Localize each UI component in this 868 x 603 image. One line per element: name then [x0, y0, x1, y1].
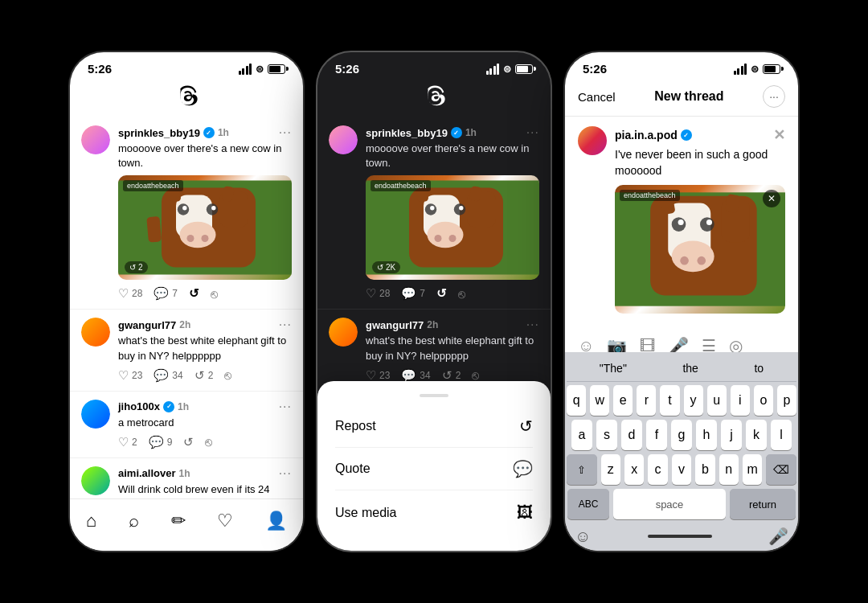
post-more-2[interactable]: ··· — [279, 318, 292, 332]
status-bar-dark: 5:26 ⊜ — [317, 52, 551, 79]
popup-repost[interactable]: Repost ↺ — [317, 405, 551, 447]
popup-use-media[interactable]: Use media 🖼 — [317, 490, 551, 527]
key-w[interactable]: w — [590, 385, 609, 416]
threads-logo-light — [70, 79, 303, 117]
compose-avatar — [578, 126, 607, 155]
key-shift[interactable]: ⇧ — [567, 454, 597, 485]
dark-post-more-2[interactable]: ··· — [526, 318, 539, 332]
emoji-keyboard-icon[interactable]: ☺ — [575, 527, 591, 546]
close-icon[interactable]: ✕ — [773, 126, 785, 144]
key-q[interactable]: q — [567, 385, 586, 416]
key-u[interactable]: u — [707, 385, 727, 416]
key-p[interactable]: p — [777, 385, 796, 416]
dark-username-1: sprinkles_bby19 — [366, 127, 448, 139]
reply-btn-2[interactable]: 💬 34 — [154, 368, 182, 383]
key-y[interactable]: y — [684, 385, 703, 416]
compose-more-button[interactable]: ··· — [763, 85, 785, 108]
repost-btn-1[interactable]: ↺ — [189, 286, 199, 301]
dark-repost-icon-1: ↺ — [436, 286, 447, 301]
nav-heart[interactable]: ♡ — [217, 511, 233, 531]
dark-reply-count-1: 7 — [420, 288, 425, 299]
key-z[interactable]: z — [601, 454, 620, 485]
post-time-2: 2h — [179, 319, 190, 330]
share-btn-2[interactable]: ⎋ — [224, 368, 231, 382]
avatar-2 — [81, 318, 110, 347]
phone-compose: 5:26 ⊜ Cancel New thread ··· pia.in.a.po… — [565, 52, 798, 551]
dictation-icon[interactable]: 🎤 — [768, 527, 788, 546]
dark-post-more-1[interactable]: ··· — [526, 125, 539, 140]
repost-icon-2: ↺ — [194, 368, 205, 383]
popup-quote[interactable]: Quote 💬 — [317, 448, 551, 490]
time-dark: 5:26 — [335, 62, 359, 76]
nav-search[interactable]: ⌕ — [129, 511, 139, 531]
compose-text-field[interactable]: I've never been in such a good moooood — [615, 147, 785, 178]
key-l[interactable]: l — [771, 420, 792, 450]
like-btn-3[interactable]: ♡ 2 — [118, 435, 137, 449]
key-m[interactable]: m — [743, 454, 762, 485]
suggestion-1[interactable]: the — [674, 360, 706, 376]
reply-btn-1[interactable]: 💬 7 — [154, 286, 178, 301]
suggestion-0[interactable]: "The" — [592, 360, 635, 376]
svg-point-19 — [430, 206, 434, 210]
reply-btn-3[interactable]: 💬 9 — [149, 435, 173, 449]
dark-repost-btn-1[interactable]: ↺ — [436, 286, 447, 301]
post-more-3[interactable]: ··· — [279, 400, 292, 414]
wifi-icon: ⊜ — [256, 64, 264, 75]
share-icon-1: ⎋ — [211, 287, 218, 301]
key-r[interactable]: r — [637, 385, 656, 416]
key-n[interactable]: n — [719, 454, 739, 485]
post-more-4[interactable]: ··· — [279, 466, 292, 481]
cancel-button[interactable]: Cancel — [578, 90, 616, 104]
like-btn-2[interactable]: ♡ 23 — [118, 368, 142, 383]
suggestion-2[interactable]: to — [746, 360, 772, 376]
post-user-4: aimi.allover 1h — [118, 467, 190, 479]
post-item-2: gwangurl77 2h ··· what's the best white … — [70, 310, 303, 391]
nav-compose[interactable]: ✏ — [171, 511, 186, 531]
key-t[interactable]: t — [660, 385, 679, 416]
key-e[interactable]: e — [613, 385, 633, 416]
dark-post-image-1: endoatthebeach — [366, 175, 539, 280]
key-c[interactable]: c — [648, 454, 667, 485]
dark-like-btn-1[interactable]: ♡ 28 — [366, 286, 390, 301]
dark-heart-icon-1: ♡ — [366, 286, 376, 301]
repost-btn-2[interactable]: ↺ 2 — [194, 368, 214, 383]
dark-share-icon-1: ⎋ — [458, 287, 465, 301]
key-b[interactable]: b — [695, 454, 714, 485]
reply-icon-1: 💬 — [154, 286, 169, 301]
post-more-1[interactable]: ··· — [279, 125, 292, 140]
key-h[interactable]: h — [696, 420, 717, 450]
key-d[interactable]: d — [621, 420, 642, 450]
share-btn-1[interactable]: ⎋ — [211, 287, 218, 301]
key-return[interactable]: return — [730, 489, 796, 519]
nav-home[interactable]: ⌂ — [86, 511, 96, 531]
dark-share-btn-2[interactable]: ⎋ — [472, 368, 479, 382]
key-space[interactable]: space — [613, 489, 726, 519]
repost-btn-3[interactable]: ↺ — [183, 435, 194, 449]
dark-share-btn-1[interactable]: ⎋ — [458, 287, 465, 301]
key-delete[interactable]: ⌫ — [766, 454, 796, 485]
key-i[interactable]: i — [731, 385, 750, 416]
key-g[interactable]: g — [671, 420, 692, 450]
dark-reply-count-2: 34 — [420, 370, 430, 381]
key-k[interactable]: k — [746, 420, 767, 450]
key-x[interactable]: x — [624, 454, 644, 485]
dark-avatar-img-1 — [329, 125, 358, 154]
time-light: 5:26 — [88, 62, 112, 76]
key-s[interactable]: s — [596, 420, 617, 450]
share-btn-3[interactable]: ⎋ — [205, 435, 212, 449]
key-o[interactable]: o — [754, 385, 773, 416]
key-j[interactable]: j — [721, 420, 742, 450]
post-actions-3: ♡ 2 💬 9 ↺ ⎋ — [118, 435, 292, 449]
key-a[interactable]: a — [571, 420, 592, 450]
dark-post-user-1: sprinkles_bby19 ✓ 1h — [366, 127, 477, 139]
nav-profile[interactable]: 👤 — [265, 511, 287, 531]
key-v[interactable]: v — [672, 454, 691, 485]
like-btn-1[interactable]: ♡ 28 — [118, 286, 142, 301]
dark-post-actions-1: ♡ 28 💬 7 ↺ ⎋ — [366, 286, 539, 301]
key-abc[interactable]: ABC — [567, 489, 609, 519]
key-f[interactable]: f — [646, 420, 667, 450]
dark-reply-btn-1[interactable]: 💬 7 — [401, 286, 425, 301]
status-bar-light: 5:26 ⊜ — [70, 52, 303, 79]
reply-icon-3: 💬 — [149, 435, 164, 449]
threads-logo-dark — [317, 79, 551, 117]
